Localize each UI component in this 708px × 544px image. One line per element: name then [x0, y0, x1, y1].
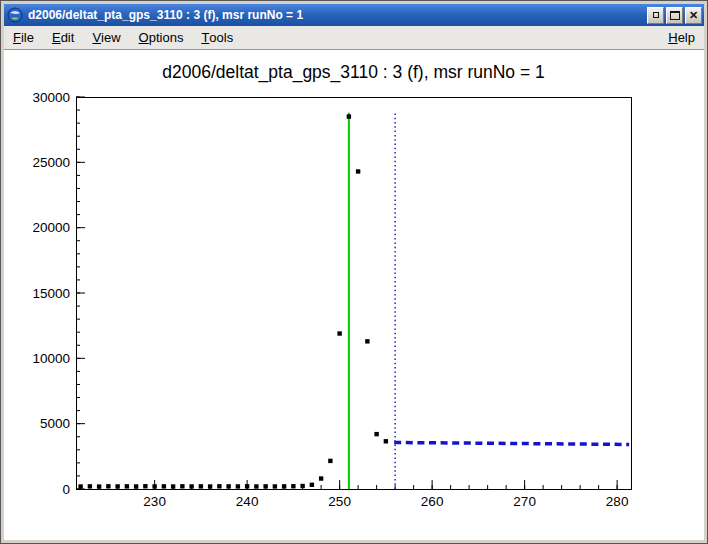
- histogram-data-marker: [273, 484, 277, 488]
- menu-options[interactable]: Options: [130, 26, 193, 49]
- histogram-data-marker: [337, 331, 341, 335]
- histogram-data-marker: [328, 459, 332, 463]
- histogram-data-marker: [152, 484, 156, 488]
- histogram-data-marker: [356, 169, 360, 173]
- x-tick-label: 240: [236, 494, 259, 509]
- histogram-data-marker: [106, 484, 110, 488]
- close-button[interactable]: ✕: [685, 7, 702, 24]
- menu-file[interactable]: File: [4, 26, 43, 49]
- app-icon: [7, 7, 23, 23]
- y-tick-label: 10000: [32, 351, 70, 366]
- window-controls: ✕: [647, 7, 702, 24]
- histogram-data-marker: [134, 484, 138, 488]
- close-icon: ✕: [689, 10, 698, 21]
- histogram-data-marker: [365, 339, 369, 343]
- histogram-data-marker: [374, 432, 378, 436]
- menubar-spacer: [242, 26, 659, 49]
- histogram-data-marker: [199, 484, 203, 488]
- y-tick-label: 20000: [32, 220, 70, 235]
- menubar: File Edit View Options Tools Help: [4, 26, 704, 50]
- menu-edit[interactable]: Edit: [43, 26, 83, 49]
- x-tick-label: 250: [328, 494, 351, 509]
- x-tick-label: 270: [513, 494, 536, 509]
- histogram-data-marker: [143, 484, 147, 488]
- histogram-data-marker: [180, 484, 184, 488]
- histogram-data-marker: [263, 484, 267, 488]
- histogram-data-marker: [171, 484, 175, 488]
- histogram-data-marker: [384, 439, 388, 443]
- minimize-icon: [653, 12, 659, 18]
- histogram-plot: d2006/deltat_pta_gps_3110 : 3 (f), msr r…: [4, 50, 704, 540]
- histogram-data-marker: [208, 484, 212, 488]
- menu-tools[interactable]: Tools: [192, 26, 242, 49]
- theory-fit: [394, 442, 629, 444]
- maximize-icon: [670, 11, 680, 20]
- histogram-data-marker: [226, 484, 230, 488]
- histogram-data-marker: [300, 484, 304, 488]
- plot-title: d2006/deltat_pta_gps_3110 : 3 (f), msr r…: [162, 62, 545, 83]
- histogram-data-marker: [254, 484, 258, 488]
- y-tick-label: 5000: [40, 416, 70, 431]
- x-tick-label: 230: [143, 494, 166, 509]
- y-tick-label: 0: [62, 482, 70, 497]
- histogram-data-marker: [291, 484, 295, 488]
- app-window: d2006/deltat_pta_gps_3110 : 3 (f), msr r…: [0, 0, 708, 544]
- y-tick-label: 15000: [32, 286, 70, 301]
- x-tick-label: 260: [421, 494, 444, 509]
- histogram-data-marker: [97, 484, 101, 488]
- histogram-data-marker: [78, 484, 82, 488]
- histogram-data-marker: [115, 484, 119, 488]
- histogram-data-marker: [125, 484, 129, 488]
- menu-help[interactable]: Help: [659, 26, 704, 49]
- minimize-button[interactable]: [647, 7, 664, 24]
- plot-frame: [76, 97, 631, 489]
- histogram-data-marker: [162, 484, 166, 488]
- y-tick-label: 30000: [32, 90, 70, 105]
- histogram-data-marker: [310, 483, 314, 487]
- histogram-data-marker: [217, 484, 221, 488]
- histogram-data-marker: [347, 114, 351, 118]
- histogram-data-marker: [282, 484, 286, 488]
- plot-canvas[interactable]: d2006/deltat_pta_gps_3110 : 3 (f), msr r…: [4, 50, 704, 540]
- window-title: d2006/deltat_pta_gps_3110 : 3 (f), msr r…: [28, 8, 647, 22]
- histogram-data-marker: [88, 484, 92, 488]
- histogram-data-marker: [236, 484, 240, 488]
- menu-view[interactable]: View: [83, 26, 129, 49]
- y-tick-label: 25000: [32, 155, 70, 170]
- titlebar[interactable]: d2006/deltat_pta_gps_3110 : 3 (f), msr r…: [4, 4, 704, 26]
- x-tick-label: 280: [606, 494, 629, 509]
- histogram-data-marker: [245, 484, 249, 488]
- maximize-button[interactable]: [666, 7, 683, 24]
- histogram-data-marker: [189, 484, 193, 488]
- histogram-data-marker: [319, 476, 323, 480]
